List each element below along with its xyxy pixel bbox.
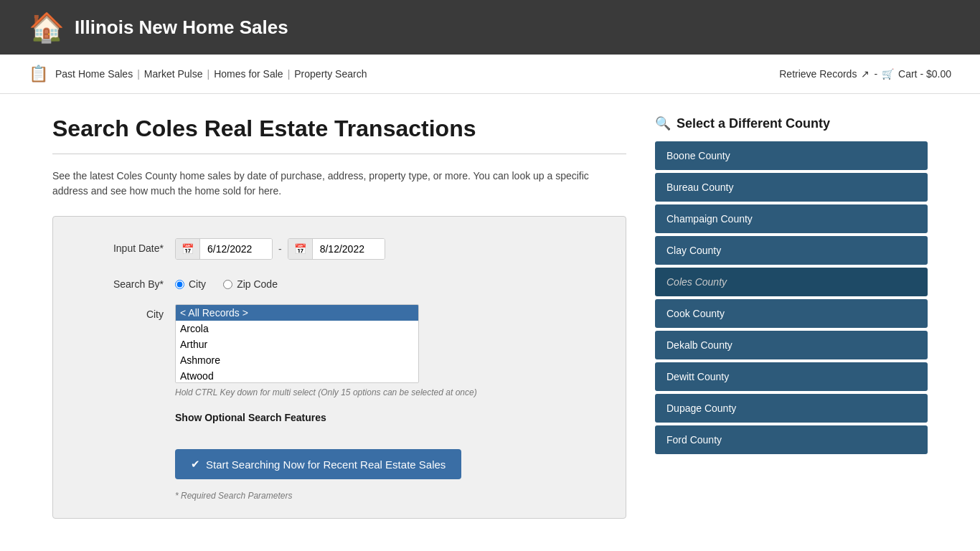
search-form: Input Date* 📅 - 📅 (52, 216, 626, 519)
search-by-controls: City Zip Code (175, 274, 597, 290)
date-separator: - (278, 243, 282, 255)
site-logo: 🏠 Illinois New Home Sales (29, 13, 288, 42)
date-group: 📅 - 📅 (175, 238, 597, 260)
city-option-arcola[interactable]: Arcola (176, 321, 418, 336)
county-dupage[interactable]: Dupage County (655, 394, 928, 423)
nav-right: Retrieve Records ↗ - 🛒 Cart - $0.00 (779, 68, 951, 80)
nav-links: Past Home Sales | Market Pulse | Homes f… (55, 68, 367, 80)
submit-checkmark: ✔ (191, 458, 200, 471)
nav-dash: - (874, 68, 877, 80)
site-header: 🏠 Illinois New Home Sales (0, 0, 980, 55)
city-row: City < All Records > Arcola Arthur Ashmo… (82, 304, 597, 397)
radio-zip-label[interactable]: Zip Code (223, 278, 278, 290)
nav-homes-for-sale[interactable]: Homes for Sale (214, 68, 283, 80)
county-list: Boone County Bureau County Champaign Cou… (655, 141, 928, 454)
date-to-input[interactable] (313, 239, 385, 259)
county-bureau[interactable]: Bureau County (655, 173, 928, 202)
submit-button[interactable]: ✔ Start Searching Now for Recent Real Es… (175, 449, 461, 479)
radio-city-input[interactable] (175, 280, 184, 289)
date-to-cal-btn[interactable]: 📅 (288, 239, 313, 259)
content-area: Search Coles Real Estate Transactions Se… (52, 116, 626, 519)
submit-wrap: ✔ Start Searching Now for Recent Real Es… (175, 449, 597, 479)
external-link-icon: ↗ (861, 68, 870, 80)
city-option-ashmore[interactable]: Ashmore (176, 352, 418, 368)
city-select[interactable]: < All Records > Arcola Arthur Ashmore At… (175, 304, 419, 383)
search-by-label: Search By* (82, 274, 175, 290)
city-option-all[interactable]: < All Records > (176, 305, 418, 321)
county-clay[interactable]: Clay County (655, 236, 928, 265)
input-date-row: Input Date* 📅 - 📅 (82, 238, 597, 260)
nav-sep-3: | (288, 68, 291, 80)
nav-sep-2: | (207, 68, 210, 80)
date-from-wrap: 📅 (175, 238, 273, 260)
nav-market-pulse[interactable]: Market Pulse (144, 68, 203, 80)
county-ford[interactable]: Ford County (655, 425, 928, 454)
cart-link[interactable]: Cart - $0.00 (898, 68, 951, 80)
city-option-atwood[interactable]: Atwood (176, 368, 418, 383)
county-cook[interactable]: Cook County (655, 299, 928, 328)
radio-city-label[interactable]: City (175, 278, 206, 290)
cart-icon: 🛒 (882, 68, 894, 80)
radio-city-text: City (189, 278, 206, 290)
date-from-cal-btn[interactable]: 📅 (176, 239, 200, 259)
select-hint: Hold CTRL Key down for multi select (Onl… (175, 387, 597, 397)
optional-search-link[interactable]: Show Optional Search Features (175, 412, 326, 423)
nav-left: 📋 Past Home Sales | Market Pulse | Homes… (29, 65, 367, 83)
nav-past-home-sales[interactable]: Past Home Sales (55, 68, 133, 80)
date-to-wrap: 📅 (288, 238, 385, 260)
search-by-row: Search By* City Zip Code (82, 274, 597, 290)
sidebar: 🔍 Select a Different County Boone County… (655, 116, 928, 519)
date-from-input[interactable] (200, 239, 272, 259)
site-title: Illinois New Home Sales (75, 17, 288, 39)
county-coles[interactable]: Coles County (655, 268, 928, 296)
input-date-label: Input Date* (82, 238, 175, 254)
nav-sep-1: | (137, 68, 140, 80)
city-label: City (82, 304, 175, 320)
city-controls: < All Records > Arcola Arthur Ashmore At… (175, 304, 597, 397)
nav-property-search[interactable]: Property Search (294, 68, 367, 80)
page-description: See the latest Coles County home sales b… (52, 169, 626, 199)
county-boone[interactable]: Boone County (655, 141, 928, 170)
sidebar-search-icon: 🔍 (655, 116, 671, 131)
page-title: Search Coles Real Estate Transactions (52, 116, 626, 142)
site-nav: 📋 Past Home Sales | Market Pulse | Homes… (0, 55, 980, 94)
optional-row: Show Optional Search Features (82, 412, 597, 435)
county-dewitt[interactable]: Dewitt County (655, 362, 928, 391)
sidebar-title: 🔍 Select a Different County (655, 116, 928, 131)
main-container: Search Coles Real Estate Transactions Se… (24, 94, 956, 540)
date-controls: 📅 - 📅 (175, 238, 597, 260)
radio-zip-input[interactable] (223, 280, 232, 289)
nav-icon: 📋 (29, 65, 48, 83)
city-option-arthur[interactable]: Arthur (176, 336, 418, 352)
radio-zip-text: Zip Code (237, 278, 278, 290)
sidebar-title-text: Select a Different County (677, 116, 830, 131)
county-champaign[interactable]: Champaign County (655, 204, 928, 233)
submit-label: Start Searching Now for Recent Real Esta… (206, 458, 446, 471)
required-note: * Required Search Parameters (175, 491, 597, 501)
title-divider (52, 154, 626, 154)
retrieve-records-link[interactable]: Retrieve Records (779, 68, 857, 80)
home-logo-icon: 🏠 (29, 13, 65, 42)
county-dekalb[interactable]: Dekalb County (655, 331, 928, 359)
